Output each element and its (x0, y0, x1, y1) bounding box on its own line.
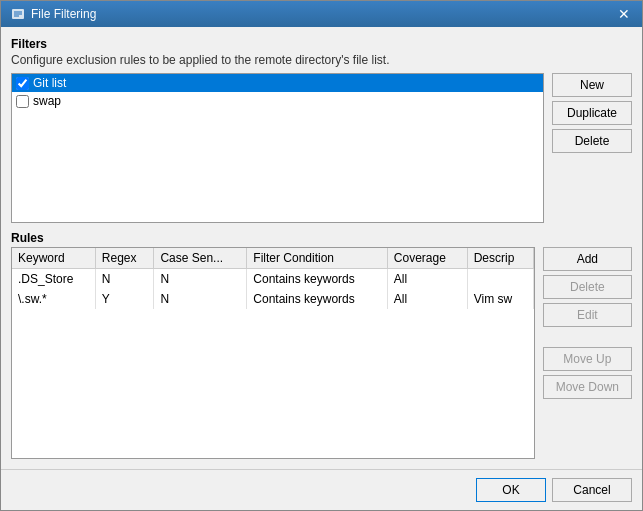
filters-label: Filters (11, 37, 632, 51)
filters-content: Git list swap New Duplicate Delete (11, 73, 632, 223)
row1-filter-condition: Contains keywords (247, 269, 387, 290)
table-header-row: Keyword Regex Case Sen... Filter Conditi… (12, 248, 533, 269)
row1-coverage: All (387, 269, 467, 290)
row1-casesen: N (154, 269, 247, 290)
table-row[interactable]: \.sw.* Y N Contains keywords All Vim sw (12, 289, 533, 309)
file-filtering-dialog: File Filtering ✕ Filters Configure exclu… (0, 0, 643, 511)
filter-item-git-list[interactable]: Git list (12, 74, 543, 92)
filters-list[interactable]: Git list swap (11, 73, 544, 223)
delete-filter-button[interactable]: Delete (552, 129, 632, 153)
col-descrip: Descrip (467, 248, 533, 269)
filters-description: Configure exclusion rules to be applied … (11, 53, 632, 67)
row2-keyword: \.sw.* (12, 289, 95, 309)
cancel-button[interactable]: Cancel (552, 478, 632, 502)
rules-section: Rules Keyword Regex Case Sen... Filter C… (11, 231, 632, 459)
row2-filter-condition: Contains keywords (247, 289, 387, 309)
move-down-button[interactable]: Move Down (543, 375, 632, 399)
dialog-icon (11, 7, 25, 21)
edit-rule-button[interactable]: Edit (543, 303, 632, 327)
title-bar: File Filtering ✕ (1, 1, 642, 27)
filters-section: Filters Configure exclusion rules to be … (11, 37, 632, 223)
row2-regex: Y (95, 289, 154, 309)
table-row[interactable]: .DS_Store N N Contains keywords All (12, 269, 533, 290)
delete-rule-button[interactable]: Delete (543, 275, 632, 299)
filter-checkbox-git-list[interactable] (16, 77, 29, 90)
filter-label-swap: swap (33, 94, 61, 108)
close-button[interactable]: ✕ (616, 7, 632, 21)
col-coverage: Coverage (387, 248, 467, 269)
filters-buttons: New Duplicate Delete (552, 73, 632, 223)
row2-coverage: All (387, 289, 467, 309)
filter-label-git-list: Git list (33, 76, 66, 90)
row1-description (467, 269, 533, 290)
row2-description: Vim sw (467, 289, 533, 309)
rules-table: Keyword Regex Case Sen... Filter Conditi… (12, 248, 534, 309)
row1-regex: N (95, 269, 154, 290)
dialog-body: Filters Configure exclusion rules to be … (1, 27, 642, 469)
rules-buttons: Add Delete Edit Move Up Move Down (543, 247, 632, 459)
new-filter-button[interactable]: New (552, 73, 632, 97)
filter-item-swap[interactable]: swap (12, 92, 543, 110)
col-regex: Regex (95, 248, 154, 269)
move-up-button[interactable]: Move Up (543, 347, 632, 371)
col-casesen: Case Sen... (154, 248, 247, 269)
col-keyword: Keyword (12, 248, 95, 269)
row1-keyword: .DS_Store (12, 269, 95, 290)
row2-casesen: N (154, 289, 247, 309)
duplicate-filter-button[interactable]: Duplicate (552, 101, 632, 125)
ok-button[interactable]: OK (476, 478, 546, 502)
dialog-title: File Filtering (31, 7, 96, 21)
rules-content: Keyword Regex Case Sen... Filter Conditi… (11, 247, 632, 459)
col-filter-condition: Filter Condition (247, 248, 387, 269)
add-rule-button[interactable]: Add (543, 247, 632, 271)
rules-label: Rules (11, 231, 632, 245)
filter-checkbox-swap[interactable] (16, 95, 29, 108)
rules-table-container[interactable]: Keyword Regex Case Sen... Filter Conditi… (11, 247, 535, 459)
dialog-footer: OK Cancel (1, 469, 642, 510)
